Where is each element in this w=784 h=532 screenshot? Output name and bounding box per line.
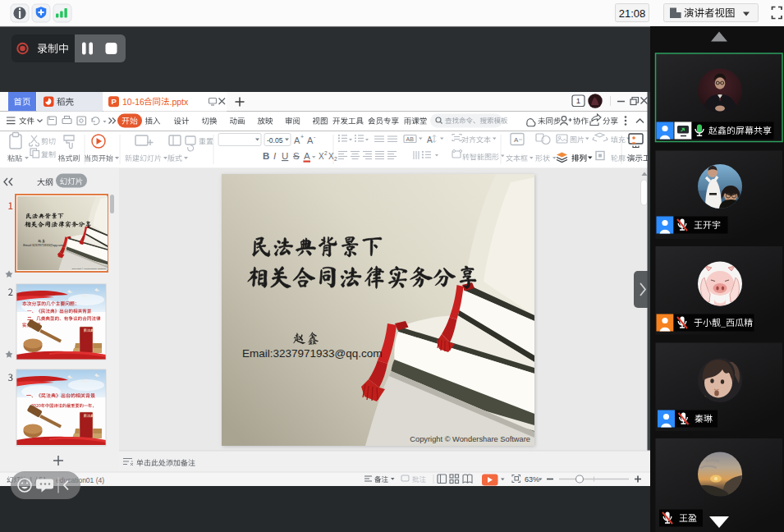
svg-text:A: A: [294, 135, 300, 145]
svg-text:+: +: [300, 134, 304, 140]
svg-text:2: 2: [324, 150, 328, 156]
svg-text:AB: AB: [406, 136, 415, 142]
svg-text:.pptx: .pptx: [170, 97, 190, 107]
svg-text:1: 1: [576, 96, 580, 105]
svg-text:A: A: [427, 135, 433, 144]
svg-text:A: A: [514, 136, 519, 144]
svg-text:2: 2: [334, 156, 337, 162]
svg-text:21:08: 21:08: [619, 7, 646, 20]
svg-text:-0.05: -0.05: [267, 136, 283, 144]
svg-text:P: P: [112, 97, 117, 106]
svg-text:A: A: [307, 135, 314, 145]
svg-text:U: U: [282, 151, 288, 161]
svg-text:63%: 63%: [525, 475, 539, 484]
svg-text:X: X: [328, 152, 334, 161]
svg-text:X: X: [319, 152, 324, 161]
svg-text:S: S: [293, 151, 300, 161]
svg-text:A: A: [304, 151, 310, 161]
svg-text:B: B: [263, 151, 269, 161]
svg-text:10-16: 10-16: [122, 97, 144, 107]
